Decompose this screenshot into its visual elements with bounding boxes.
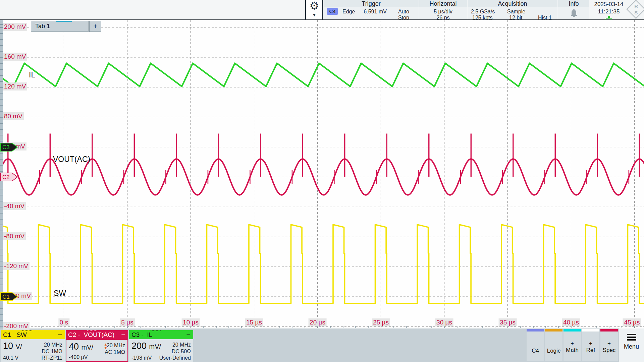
c1-probe: RT-ZP11 bbox=[41, 355, 62, 361]
gear-icon[interactable]: ⚙ bbox=[306, 0, 322, 11]
acquisition-title: Acquisition bbox=[468, 0, 557, 7]
horizontal-scale: 5 µs/div bbox=[419, 9, 467, 15]
channel-c3-header[interactable]: C3 - IL – bbox=[129, 330, 193, 339]
add-tab-button[interactable]: + bbox=[89, 21, 101, 32]
c1-scale-value: 10 bbox=[3, 341, 13, 351]
x-axis-label: 25 µs bbox=[372, 318, 390, 326]
x-axis-label: 15 µs bbox=[245, 318, 263, 326]
settings-button[interactable]: ⚙ ▼ bbox=[305, 0, 323, 19]
trace-label-sw: SW bbox=[54, 289, 66, 298]
c3-dash: - bbox=[142, 331, 144, 338]
add-math-button[interactable]: +Math bbox=[564, 329, 581, 361]
y-axis-label: 200 mV bbox=[3, 23, 27, 31]
c1-bandwidth: 20 MHz bbox=[44, 342, 62, 348]
c4-color-strip bbox=[527, 329, 544, 331]
trigger-section[interactable]: Trigger C4 Edge -6.591 mV Auto Stop bbox=[324, 0, 419, 19]
x-axis-label: 0 s bbox=[58, 318, 69, 326]
channel-c3-body[interactable]: 200 mV/ 20 MHz DC 50Ω -198 mV User-Defin… bbox=[129, 339, 193, 362]
trigger-mode: Auto bbox=[398, 9, 409, 15]
y-axis-label: -200 mV bbox=[3, 322, 30, 330]
datetime-display: 2025-03-14 11:21:35 bbox=[590, 0, 628, 19]
x-axis-label: 45 µs bbox=[623, 318, 641, 326]
x-axis-label: 20 µs bbox=[308, 318, 327, 326]
x-axis-label: 10 µs bbox=[181, 318, 200, 326]
c3-probe: User-Defined bbox=[159, 355, 191, 361]
c1-coupling: DC 1MΩ bbox=[42, 349, 62, 354]
c3-coupling: DC 50Ω bbox=[172, 349, 191, 354]
x-axis-label: 5 µs bbox=[120, 318, 135, 326]
trigger-source-badge[interactable]: C4 bbox=[327, 8, 338, 15]
c2-scale-value: 40 bbox=[69, 342, 79, 352]
c1-marker-arrow[interactable]: C1 bbox=[0, 292, 19, 301]
trace-style-dots bbox=[151, 330, 161, 331]
channel-c1-id: C1 bbox=[3, 331, 11, 338]
channel-c2-name: VOUT(AC) bbox=[84, 331, 114, 338]
y-axis-label: -80 mV bbox=[3, 232, 26, 240]
minimize-icon[interactable]: – bbox=[186, 329, 190, 339]
channel-c2-id: C2 bbox=[68, 331, 76, 338]
x-axis-label: 40 µs bbox=[562, 318, 580, 326]
c3-bandwidth: 20 MHz bbox=[172, 342, 191, 348]
menu-button[interactable]: Menu bbox=[619, 328, 644, 362]
channel-tile-c3[interactable]: C3 - IL – 200 mV/ 20 MHz DC 50Ω -198 mV … bbox=[129, 330, 193, 362]
plus-icon: + bbox=[564, 331, 581, 347]
trace-style-dots bbox=[87, 330, 97, 331]
minimize-icon[interactable]: – bbox=[121, 329, 125, 339]
c2-dash: - bbox=[78, 331, 80, 338]
logic-button[interactable]: Logic bbox=[545, 329, 562, 361]
c2-scale-unit: mV/ bbox=[82, 344, 94, 351]
horizontal-section[interactable]: Horizontal 5 µs/div 26 ns bbox=[419, 0, 467, 19]
channel-c2-header[interactable]: C2 - VOUT(AC) – bbox=[66, 330, 128, 339]
math-color-strip bbox=[564, 329, 581, 331]
date-label: 2025-03-14 bbox=[590, 1, 628, 8]
horizontal-title: Horizontal bbox=[419, 0, 467, 7]
c2-marker-arrow[interactable]: C2 bbox=[0, 173, 19, 181]
c3-scale-value: 200 bbox=[131, 341, 147, 351]
trace-style-dots bbox=[22, 330, 32, 331]
c2-bandwidth: 20 MHz bbox=[107, 343, 125, 348]
logic-color-strip bbox=[545, 329, 562, 331]
spec-color-strip bbox=[600, 329, 618, 331]
x-axis-label: 30 µs bbox=[435, 318, 453, 326]
tab-1-label: Tab 1 bbox=[35, 23, 50, 29]
info-section[interactable]: Info bbox=[558, 0, 589, 19]
y-axis-label: 120 mV bbox=[3, 82, 27, 90]
plus-icon: + bbox=[93, 22, 97, 30]
c3-marker-arrow[interactable]: C3 bbox=[0, 143, 19, 152]
c1-scale-unit: V/ bbox=[16, 343, 22, 350]
trace-label-vout: VOUT(AC) bbox=[53, 155, 90, 164]
minimize-icon[interactable]: – bbox=[58, 329, 62, 339]
acquisition-section[interactable]: Acquisition 2.5 GSa/s Sample 125 kpts 12… bbox=[468, 0, 557, 19]
channel-c1-body[interactable]: 10 V/ 20 MHz DC 1MΩ 40.1 V RT-ZP11 bbox=[1, 339, 65, 362]
channel-c3-id: C3 bbox=[131, 331, 140, 338]
bell-icon[interactable] bbox=[570, 8, 578, 18]
c2-offset: -400 µV bbox=[69, 354, 88, 360]
channel-marker-c1[interactable]: C1 bbox=[0, 292, 19, 302]
acquisition-mode: Sample bbox=[507, 9, 525, 15]
svg-text:C3: C3 bbox=[2, 144, 10, 150]
svg-text:C1: C1 bbox=[2, 294, 10, 300]
waveform-display[interactable]: 200 mV160 mV120 mV80 mV40 mV-40 mV-80 mV… bbox=[0, 20, 644, 328]
sample-rate: 2.5 GSa/s bbox=[471, 9, 495, 15]
c4-button[interactable]: C4 bbox=[527, 329, 544, 361]
channel-tile-c2[interactable]: C2 - VOUT(AC) – 40 mV/ ▲ ▼ 20 MHz AC 1MΩ… bbox=[66, 330, 128, 362]
rohde-schwarz-logo: RS bbox=[627, 0, 644, 19]
trigger-type: Edge bbox=[342, 9, 355, 15]
add-spec-button[interactable]: +Spec bbox=[600, 329, 618, 361]
channel-c1-header[interactable]: C1 SW – bbox=[1, 330, 65, 339]
time-label: 11:21:35 bbox=[590, 8, 628, 15]
channel-marker-c3[interactable]: C3 bbox=[0, 143, 19, 153]
plus-icon: + bbox=[582, 331, 599, 347]
tab-1[interactable]: Tab 1 bbox=[31, 21, 89, 32]
channel-tile-c1[interactable]: C1 SW – 10 V/ 20 MHz DC 1MΩ 40.1 V RT-ZP… bbox=[1, 330, 65, 362]
c2-coupling: AC 1MΩ bbox=[105, 349, 125, 355]
tab-bar: Tab 1 + bbox=[31, 21, 101, 32]
y-axis-label: -40 mV bbox=[3, 202, 26, 210]
channel-c3-name: IL bbox=[147, 331, 152, 338]
x-axis-label: 35 µs bbox=[498, 318, 517, 326]
channel-marker-c2[interactable]: C2 bbox=[0, 173, 19, 183]
add-ref-button[interactable]: +Ref bbox=[582, 329, 599, 361]
y-axis-label: 160 mV bbox=[3, 53, 27, 61]
chevron-down-icon[interactable]: ▼ bbox=[306, 13, 322, 17]
channel-c2-body[interactable]: 40 mV/ ▲ ▼ 20 MHz AC 1MΩ -400 µV bbox=[66, 339, 128, 362]
